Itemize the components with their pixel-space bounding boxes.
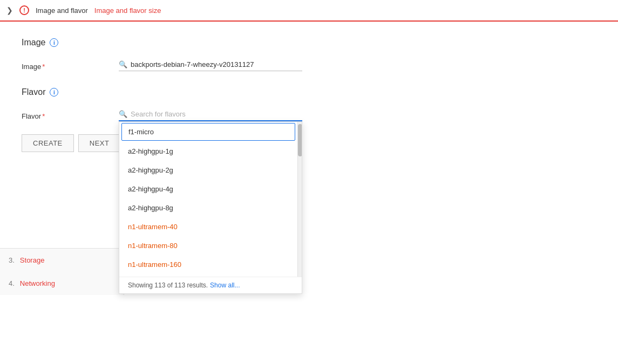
flavor-list-item[interactable]: n1-ultramem-160 bbox=[119, 255, 297, 274]
flavor-list-item[interactable]: n1-ultramem-40 bbox=[119, 217, 297, 236]
image-search-icon: 🔍 bbox=[119, 60, 127, 68]
flavor-input-wrapper: 🔍 f1-microa2-highgpu-1ga2-highgpu-2ga2-h… bbox=[119, 108, 302, 121]
content-area: Image i Image* 🔍 Flavor i Flavor* bbox=[0, 22, 618, 364]
flavor-field-label: Flavor* bbox=[22, 108, 108, 120]
top-bar-subtitle: Image and flavor size bbox=[94, 6, 161, 15]
top-bar: ❯ ! Image and flavor Image and flavor si… bbox=[0, 0, 618, 22]
flavor-form-row: Flavor* 🔍 f1-microa2-highgpu-1ga2-highgp… bbox=[22, 108, 596, 121]
flavor-list-item[interactable]: a2-highgpu-8g bbox=[119, 198, 297, 217]
flavor-info-icon[interactable]: i bbox=[50, 88, 58, 97]
flavor-search-box[interactable]: 🔍 bbox=[119, 108, 302, 121]
image-form-row: Image* 🔍 bbox=[22, 58, 596, 71]
flavor-list-item[interactable]: f1-micro bbox=[121, 123, 295, 141]
flavor-dropdown-inner: f1-microa2-highgpu-1ga2-highgpu-2ga2-hig… bbox=[119, 122, 302, 277]
step3-num: 3. bbox=[9, 256, 15, 264]
sidebar-step-storage[interactable]: 3. Storage bbox=[0, 249, 124, 272]
step3-label: Storage bbox=[20, 256, 45, 264]
chevron-down-icon[interactable]: ❯ bbox=[6, 6, 13, 15]
flavor-list: f1-microa2-highgpu-1ga2-highgpu-2ga2-hig… bbox=[119, 122, 297, 277]
scrollbar-thumb bbox=[298, 124, 302, 156]
image-section-heading: Image i bbox=[22, 38, 596, 47]
create-button[interactable]: CREATE bbox=[22, 134, 74, 152]
flavor-dropdown: f1-microa2-highgpu-1ga2-highgpu-2ga2-hig… bbox=[119, 121, 302, 294]
flavor-list-item[interactable]: a2-highgpu-1g bbox=[119, 142, 297, 161]
image-input-wrapper[interactable]: 🔍 bbox=[119, 58, 302, 71]
step4-num: 4. bbox=[9, 279, 15, 287]
sidebar-steps: 3. Storage 4. Networking bbox=[0, 248, 124, 295]
image-section-title: Image bbox=[22, 38, 45, 47]
flavor-list-item[interactable]: a2-highgpu-4g bbox=[119, 180, 297, 198]
step4-label: Networking bbox=[20, 279, 55, 287]
image-required-star: * bbox=[42, 63, 45, 71]
button-row: CREATE NEXT C bbox=[22, 134, 596, 152]
flavor-section-heading: Flavor i bbox=[22, 87, 596, 97]
error-icon: ! bbox=[19, 5, 29, 15]
footer-count-text: Showing 113 of 113 results. bbox=[128, 281, 208, 289]
flavor-search-input[interactable] bbox=[131, 110, 302, 118]
flavor-section-title: Flavor bbox=[22, 87, 45, 97]
flavor-list-item[interactable]: n1-ultramem-80 bbox=[119, 236, 297, 255]
top-bar-title: Image and flavor bbox=[36, 6, 88, 15]
dropdown-footer: Showing 113 of 113 results. Show all... bbox=[119, 277, 302, 293]
image-input[interactable] bbox=[131, 60, 302, 68]
flavor-list-item[interactable]: a2-highgpu-2g bbox=[119, 161, 297, 180]
flavor-required-star: * bbox=[42, 112, 45, 120]
sidebar-step-networking[interactable]: 4. Networking bbox=[0, 272, 124, 295]
scrollbar-track[interactable] bbox=[297, 122, 302, 277]
next-button[interactable]: NEXT bbox=[78, 134, 121, 152]
flavor-search-icon: 🔍 bbox=[119, 110, 127, 118]
main-layout: Image i Image* 🔍 Flavor i Flavor* bbox=[0, 22, 618, 364]
image-info-icon[interactable]: i bbox=[50, 38, 58, 47]
show-all-link[interactable]: Show all... bbox=[210, 281, 240, 289]
image-field-label: Image* bbox=[22, 58, 108, 71]
